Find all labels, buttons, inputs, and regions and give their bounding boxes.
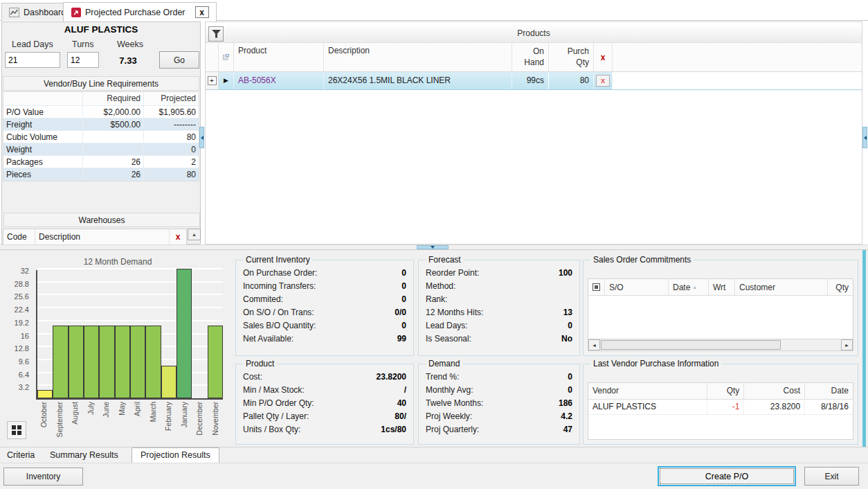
- cost-cell: 23.8200: [744, 400, 805, 414]
- required-value-cell[interactable]: 26: [83, 168, 144, 181]
- customer-column-header[interactable]: Customer: [735, 279, 828, 295]
- last-vendor-header-row: Vendor Qty Cost Date: [588, 383, 853, 400]
- field-value: 80/: [395, 411, 406, 421]
- field-row: Proj Weekly:4.2: [422, 409, 577, 423]
- field-row: Commited:0: [239, 292, 410, 305]
- date-column-header[interactable]: Date ▲: [669, 279, 709, 295]
- x-axis-label: May: [118, 402, 126, 416]
- header-filler-cell: [613, 43, 862, 71]
- product-code-cell[interactable]: AB-5056X: [234, 72, 324, 89]
- horizontal-splitter[interactable]: [0, 244, 868, 250]
- table-row: Freight $500.00 --------: [3, 118, 199, 131]
- field-label: Min P/O Order Qty:: [243, 398, 314, 408]
- field-label: Sales B/O Quantity:: [243, 321, 316, 330]
- products-title-band: Products: [206, 25, 862, 43]
- field-row: Sales B/O Quantity:0: [239, 319, 410, 332]
- close-tab-button[interactable]: x: [195, 6, 209, 18]
- tab-projected-purchase-order[interactable]: Projected Purchase Order x: [63, 2, 217, 21]
- bar-slot: [69, 269, 84, 398]
- dashboard-chart-icon: [9, 8, 19, 17]
- projected-value-cell: --------: [144, 118, 199, 130]
- product-legend: Product: [243, 359, 277, 368]
- scrollbar-thumb[interactable]: [601, 340, 781, 350]
- qty-column-header[interactable]: Qty: [828, 279, 853, 295]
- products-title: Products: [206, 25, 862, 42]
- date-cell: 8/18/16: [805, 400, 853, 414]
- product-row[interactable]: + ▶ AB-5056X 26X24X56 1.5MIL BLACK LINER…: [206, 72, 862, 90]
- field-value: 47: [563, 425, 572, 434]
- turns-input[interactable]: [67, 52, 99, 68]
- tab-label: Dashboard: [24, 8, 66, 17]
- horizontal-splitter-grip[interactable]: [417, 245, 449, 249]
- current-inventory-rows: On Purchase Order:0Incoming Transfers:0C…: [239, 266, 410, 345]
- required-value-cell[interactable]: $500.00: [83, 118, 144, 130]
- vertical-splitter-grip[interactable]: [199, 127, 204, 148]
- remove-product-button[interactable]: x: [596, 75, 610, 87]
- field-value: 100: [559, 268, 572, 278]
- demand-rows: Trend %:0Monthly Avg:0Twelve Months:186P…: [422, 370, 577, 436]
- qty-column-header[interactable]: Qty: [707, 383, 744, 399]
- right-edge-splitter[interactable]: [862, 250, 866, 447]
- select-all-icon[interactable]: [588, 279, 605, 295]
- expand-row-button[interactable]: +: [208, 76, 217, 85]
- projected-value-cell: 2: [144, 156, 199, 168]
- description-column-header[interactable]: Description: [324, 43, 512, 71]
- projection-results-page: 12 Month Demand 3.26.49.612.81619.222.42…: [0, 250, 868, 447]
- field-row: Monthly Avg:0: [422, 383, 577, 396]
- cost-column-header[interactable]: Cost: [744, 383, 805, 399]
- forecast-panel: Forecast Reorder Point:100Method:Rank:12…: [418, 255, 580, 356]
- projected-column-header: Projected: [144, 92, 199, 105]
- filter-button[interactable]: [208, 26, 224, 42]
- tab-projection-results[interactable]: Projection Results: [132, 447, 219, 463]
- scroll-right-button[interactable]: ►: [841, 339, 853, 350]
- demand-bar: [99, 326, 114, 398]
- on-hand-column-header[interactable]: On Hand: [512, 43, 549, 71]
- products-panel: Products Product Description On Hand Pur…: [205, 21, 862, 244]
- exit-button[interactable]: Exit: [804, 467, 859, 486]
- horizontal-scrollbar[interactable]: ◄ ►: [588, 339, 853, 350]
- x-axis-label-slot: July: [83, 402, 99, 446]
- go-button[interactable]: Go: [159, 51, 199, 69]
- projected-value-cell: 80: [144, 168, 199, 181]
- bar-slot: [192, 269, 207, 398]
- required-value-cell[interactable]: [83, 143, 144, 155]
- tab-criteria[interactable]: Criteria: [7, 450, 35, 460]
- description-column-header: Description: [35, 229, 170, 244]
- scroll-up-button[interactable]: ▲: [188, 229, 201, 240]
- field-row: Units / Box Qty:1cs/80: [239, 423, 410, 436]
- purch-qty-cell[interactable]: 80: [549, 72, 594, 89]
- field-label: Rank:: [426, 294, 447, 304]
- chart-grid-toggle-button[interactable]: [7, 421, 26, 439]
- requirements-header-row: Required Projected: [3, 92, 199, 106]
- y-axis-tick: 22.4: [0, 305, 29, 314]
- wrt-column-header[interactable]: Wrt: [709, 279, 735, 295]
- bar-slot: [37, 269, 53, 398]
- last-vendor-grid: Vendor Qty Cost Date ALUF PLASTICS -1 23…: [588, 382, 853, 440]
- projected-value-cell: $1,905.60: [144, 106, 199, 118]
- field-row: Pallet Qty / Layer:80/: [239, 409, 410, 423]
- field-row: Min / Max Stock:/: [239, 383, 410, 396]
- tab-summary-results[interactable]: Summary Results: [50, 450, 118, 460]
- so-column-header[interactable]: S/O: [605, 279, 669, 295]
- vendor-column-header[interactable]: Vendor: [588, 383, 707, 399]
- required-value-cell[interactable]: [83, 131, 144, 143]
- field-row: Incoming Transfers:0: [239, 279, 410, 292]
- lead-days-input[interactable]: [5, 52, 60, 68]
- product-column-header[interactable]: Product: [234, 43, 324, 71]
- field-value: 0: [568, 385, 572, 395]
- field-value: 0: [568, 321, 572, 330]
- date-column-header[interactable]: Date: [805, 383, 853, 399]
- customize-layout-icon[interactable]: [219, 43, 234, 71]
- required-value-cell[interactable]: $2,000.00: [83, 106, 144, 118]
- field-row: Proj Quarterly:47: [422, 423, 577, 436]
- create-po-button[interactable]: Create P/O: [658, 466, 796, 486]
- last-vendor-row[interactable]: ALUF PLASTICS -1 23.8200 8/18/16: [588, 400, 853, 415]
- demand-bar: [177, 269, 192, 398]
- required-value-cell[interactable]: 26: [83, 156, 144, 168]
- inventory-button[interactable]: Inventory: [3, 468, 83, 486]
- field-label: Cost:: [243, 372, 262, 382]
- field-row: Is Seasonal:No: [422, 332, 577, 345]
- purch-qty-column-header[interactable]: Purch Qty: [549, 43, 594, 71]
- right-splitter-grip[interactable]: [862, 127, 867, 148]
- scroll-left-button[interactable]: ◄: [588, 339, 600, 350]
